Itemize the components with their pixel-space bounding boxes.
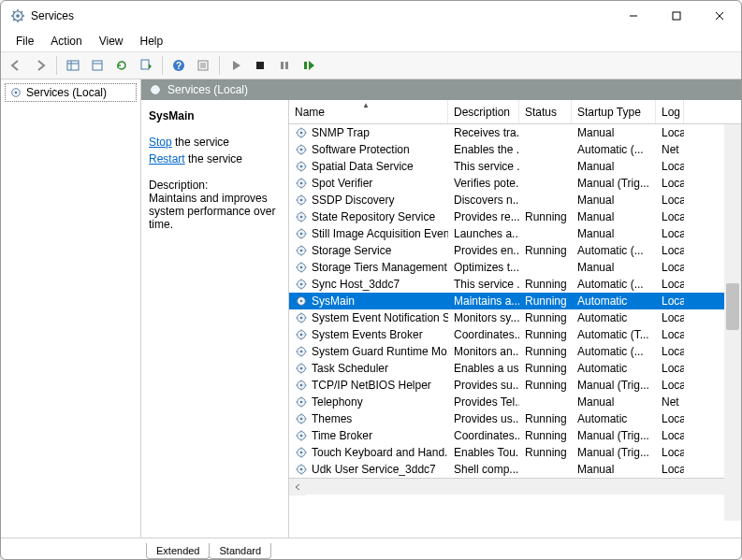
service-name: Sync Host_3ddc7 bbox=[312, 278, 400, 291]
service-description: Provides re... bbox=[448, 209, 519, 224]
export-button[interactable] bbox=[86, 54, 109, 77]
menu-help[interactable]: Help bbox=[133, 33, 171, 50]
vertical-scrollbar[interactable] bbox=[724, 124, 741, 521]
gear-icon bbox=[295, 446, 308, 459]
table-row[interactable]: ThemesProvides us...RunningAutomaticLoca bbox=[289, 410, 741, 427]
table-row[interactable]: Time BrokerCoordinates...RunningManual (… bbox=[289, 427, 741, 444]
service-logon: Loca bbox=[656, 327, 684, 342]
menu-view[interactable]: View bbox=[92, 33, 131, 50]
table-row[interactable]: System Event Notification S...Monitors s… bbox=[289, 309, 741, 326]
tree-root-services-local[interactable]: Services (Local) bbox=[5, 83, 137, 102]
service-name: Time Broker bbox=[312, 429, 372, 442]
service-name: Themes bbox=[312, 412, 352, 425]
service-logon: Loca bbox=[656, 226, 684, 241]
scrollbar-track[interactable] bbox=[306, 479, 724, 495]
service-logon: Loca bbox=[656, 428, 684, 443]
svg-point-71 bbox=[300, 233, 303, 236]
table-row[interactable]: SysMainMaintains a...RunningAutomaticLoc… bbox=[289, 293, 741, 309]
table-row[interactable]: Storage ServiceProvides en...RunningAuto… bbox=[289, 242, 741, 259]
svg-point-83 bbox=[300, 266, 303, 269]
service-status: Running bbox=[519, 294, 572, 309]
export-list-button[interactable] bbox=[135, 54, 157, 77]
service-name: State Repository Service bbox=[312, 210, 435, 223]
table-row[interactable]: Sync Host_3ddc7This service ...RunningAu… bbox=[289, 276, 741, 293]
table-row[interactable]: Touch Keyboard and Hand...Enables Tou...… bbox=[289, 444, 741, 461]
table-row[interactable]: Task SchedulerEnables a us...RunningAuto… bbox=[289, 360, 741, 377]
close-button[interactable] bbox=[698, 1, 741, 31]
column-header-log[interactable]: Log bbox=[656, 100, 684, 123]
gear-icon bbox=[295, 177, 308, 190]
table-row[interactable]: System Guard Runtime Mo...Monitors an...… bbox=[289, 343, 741, 360]
services-icon bbox=[149, 83, 162, 96]
service-status bbox=[519, 401, 572, 403]
service-logon: Net bbox=[656, 142, 684, 157]
gear-icon bbox=[295, 227, 308, 240]
service-name: SysMain bbox=[312, 294, 355, 308]
forward-button[interactable] bbox=[29, 54, 51, 77]
maximize-button[interactable] bbox=[655, 1, 698, 31]
pause-service-button[interactable] bbox=[273, 54, 296, 77]
tab-standard[interactable]: Standard bbox=[209, 543, 271, 559]
table-row[interactable]: TCP/IP NetBIOS HelperProvides su...Runni… bbox=[289, 377, 741, 394]
restart-service-button[interactable] bbox=[298, 54, 320, 77]
stop-service-link[interactable]: Stop bbox=[149, 136, 172, 149]
minimize-button[interactable] bbox=[612, 1, 655, 31]
table-row[interactable]: SNMP TrapReceives tra...ManualLoca bbox=[289, 124, 741, 141]
list-rows: SNMP TrapReceives tra...ManualLocaSoftwa… bbox=[289, 124, 741, 478]
start-service-button[interactable] bbox=[225, 54, 247, 77]
service-status: Running bbox=[519, 411, 572, 426]
service-description: Monitors sy... bbox=[448, 310, 519, 325]
stop-suffix: the service bbox=[172, 136, 229, 149]
service-startup: Automatic bbox=[572, 361, 656, 376]
table-row[interactable]: Spatial Data ServiceThis service ...Manu… bbox=[289, 158, 741, 175]
service-name: Touch Keyboard and Hand... bbox=[312, 446, 448, 459]
selected-service-name: SysMain bbox=[149, 109, 281, 122]
service-logon: Loca bbox=[656, 445, 684, 460]
service-description: Discovers n... bbox=[448, 193, 519, 208]
service-description: Enables the ... bbox=[448, 142, 519, 157]
svg-line-9 bbox=[22, 11, 23, 13]
horizontal-scrollbar[interactable] bbox=[289, 478, 741, 495]
table-row[interactable]: Spot VerifierVerifies pote...Manual (Tri… bbox=[289, 175, 741, 192]
gear-icon bbox=[295, 143, 308, 156]
table-row[interactable]: Still Image Acquisition EventsLaunches a… bbox=[289, 225, 741, 242]
help-button[interactable]: ? bbox=[167, 54, 190, 77]
svg-rect-26 bbox=[256, 62, 264, 69]
table-row[interactable]: System Events BrokerCoordinates...Runnin… bbox=[289, 326, 741, 343]
back-button[interactable] bbox=[5, 54, 27, 77]
restart-service-link[interactable]: Restart bbox=[149, 152, 185, 165]
properties-button[interactable] bbox=[192, 54, 214, 77]
table-row[interactable]: Software ProtectionEnables the ...Automa… bbox=[289, 141, 741, 158]
tab-extended[interactable]: Extended bbox=[146, 543, 210, 559]
svg-rect-14 bbox=[67, 61, 79, 70]
scroll-left-button[interactable] bbox=[289, 479, 306, 495]
table-row[interactable]: TelephonyProvides Tel...ManualNet bbox=[289, 394, 741, 410]
table-row[interactable]: SSDP DiscoveryDiscovers n...ManualLoca bbox=[289, 192, 741, 208]
table-row[interactable]: State Repository ServiceProvides re...Ru… bbox=[289, 208, 741, 225]
service-status bbox=[519, 182, 572, 184]
service-status bbox=[519, 468, 572, 470]
stop-service-button[interactable] bbox=[249, 54, 271, 77]
column-header-startup[interactable]: Startup Type bbox=[572, 100, 656, 123]
svg-point-95 bbox=[300, 300, 303, 303]
table-row[interactable]: Udk User Service_3ddc7Shell comp...Manua… bbox=[289, 461, 741, 478]
svg-point-101 bbox=[300, 317, 303, 320]
service-status: Running bbox=[519, 310, 572, 325]
service-description: Maintains a... bbox=[448, 294, 519, 309]
gear-icon bbox=[295, 244, 308, 257]
service-startup: Manual bbox=[572, 159, 656, 174]
titlebar: Services bbox=[1, 1, 741, 31]
menu-file[interactable]: File bbox=[8, 33, 41, 50]
refresh-button[interactable] bbox=[110, 54, 133, 77]
service-logon: Loca bbox=[656, 462, 684, 477]
svg-point-59 bbox=[300, 199, 303, 202]
menu-action[interactable]: Action bbox=[43, 33, 89, 50]
toolbar: ? bbox=[1, 51, 741, 79]
service-logon: Loca bbox=[656, 260, 684, 275]
scrollbar-thumb[interactable] bbox=[726, 283, 739, 330]
column-header-description[interactable]: Description bbox=[448, 100, 519, 123]
table-row[interactable]: Storage Tiers ManagementOptimizes t...Ma… bbox=[289, 259, 741, 276]
show-hide-tree-button[interactable] bbox=[62, 54, 84, 77]
service-logon: Loca bbox=[656, 344, 684, 359]
column-header-status[interactable]: Status bbox=[519, 100, 572, 123]
